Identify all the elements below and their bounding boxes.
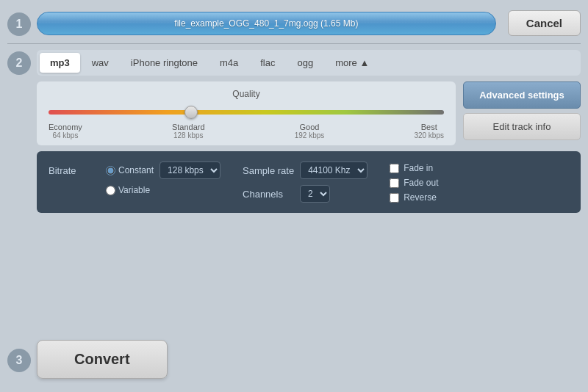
fade-out-text: Fade out <box>404 178 438 188</box>
variable-radio-label[interactable]: Variable <box>106 185 150 195</box>
quality-panel: Quality Economy64 kbps Standard128 kbps <box>37 81 456 145</box>
reverse-checkbox[interactable] <box>390 193 399 203</box>
step2-row: 2 mp3 wav iPhone ringtone m4a flac ogg m… <box>0 44 588 213</box>
edit-track-button[interactable]: Edit track info <box>463 113 581 140</box>
main-container: 1 file_example_OGG_480_1_7mg.ogg (1.65 M… <box>0 0 588 392</box>
sample-channels-group: Sample rate 44100 Khz 22050 Khz 48000 Kh… <box>243 161 368 203</box>
sample-rate-label: Sample rate <box>243 165 294 176</box>
constant-radio-label[interactable]: Constant <box>106 165 154 175</box>
file-progress-bar: file_example_OGG_480_1_7mg.ogg (1.65 Mb) <box>37 12 496 35</box>
fade-in-label[interactable]: Fade in <box>390 163 438 173</box>
tab-iphone-ringtone[interactable]: iPhone ringtone <box>121 53 208 73</box>
tab-m4a[interactable]: m4a <box>209 53 248 73</box>
channels-row: Channels 2 1 <box>243 185 368 203</box>
reverse-label[interactable]: Reverse <box>390 192 438 203</box>
effects-group: Fade in Fade out Reverse <box>390 161 438 203</box>
variable-row: Variable <box>49 185 220 195</box>
channels-select[interactable]: 2 1 <box>300 185 330 203</box>
fade-in-checkbox[interactable] <box>390 164 399 173</box>
step1-row: 1 file_example_OGG_480_1_7mg.ogg (1.65 M… <box>0 0 588 43</box>
fade-in-text: Fade in <box>404 163 433 173</box>
tab-wav[interactable]: wav <box>82 53 119 73</box>
advanced-settings-button[interactable]: Advanced settings <box>463 81 581 109</box>
constant-label: Constant <box>118 165 154 175</box>
fade-out-label[interactable]: Fade out <box>390 178 438 188</box>
tab-flac[interactable]: flac <box>250 53 285 73</box>
quality-label-best: Best320 kbps <box>414 123 444 139</box>
convert-button[interactable]: Convert <box>37 340 168 379</box>
sample-rate-select[interactable]: 44100 Khz 22050 Khz 48000 Khz <box>300 161 368 179</box>
format-tabs: mp3 wav iPhone ringtone m4a flac ogg mor… <box>37 50 581 76</box>
quality-label-standard: Standard128 kbps <box>172 123 205 139</box>
bitrate-select[interactable]: 128 kbps 64 kbps 192 kbps 320 kbps <box>159 161 220 179</box>
step1-number: 1 <box>7 12 31 36</box>
file-bar-container: file_example_OGG_480_1_7mg.ogg (1.65 Mb)… <box>37 10 581 36</box>
tab-mp3[interactable]: mp3 <box>40 53 80 73</box>
sample-rate-row: Sample rate 44100 Khz 22050 Khz 48000 Kh… <box>243 161 368 179</box>
step2-content: mp3 wav iPhone ringtone m4a flac ogg mor… <box>37 50 581 213</box>
advanced-settings-panel: Bitrate Constant 128 kbps 64 kbps 192 kb… <box>37 151 581 213</box>
quality-title: Quality <box>49 89 444 99</box>
step2-number: 2 <box>7 51 31 75</box>
fade-out-checkbox[interactable] <box>390 178 399 188</box>
quality-advanced-row: Quality Economy64 kbps Standard128 kbps <box>37 81 581 145</box>
quality-slider-track <box>49 110 444 115</box>
quality-label-good: Good192 kbps <box>295 123 325 139</box>
variable-radio[interactable] <box>106 186 115 195</box>
tab-ogg[interactable]: ogg <box>287 53 323 73</box>
step3-row: 3 Convert <box>0 333 588 386</box>
channels-label: Channels <box>243 189 294 200</box>
quality-slider-container[interactable] <box>49 105 444 120</box>
tab-more[interactable]: more ▲ <box>325 53 379 73</box>
quality-labels: Economy64 kbps Standard128 kbps Good192 … <box>49 123 444 139</box>
step3-number: 3 <box>7 349 31 372</box>
bitrate-row: Bitrate Constant 128 kbps 64 kbps 192 kb… <box>49 161 220 179</box>
variable-label: Variable <box>118 185 150 195</box>
quality-slider-thumb[interactable] <box>184 106 198 119</box>
bitrate-group: Bitrate Constant 128 kbps 64 kbps 192 kb… <box>49 161 220 195</box>
file-name-label: file_example_OGG_480_1_7mg.ogg (1.65 Mb) <box>174 18 358 29</box>
right-buttons: Advanced settings Edit track info <box>463 81 581 140</box>
cancel-button[interactable]: Cancel <box>508 10 581 36</box>
constant-radio[interactable] <box>106 166 115 175</box>
reverse-text: Reverse <box>404 192 437 203</box>
quality-label-economy: Economy64 kbps <box>49 123 82 139</box>
bitrate-label: Bitrate <box>49 165 100 176</box>
